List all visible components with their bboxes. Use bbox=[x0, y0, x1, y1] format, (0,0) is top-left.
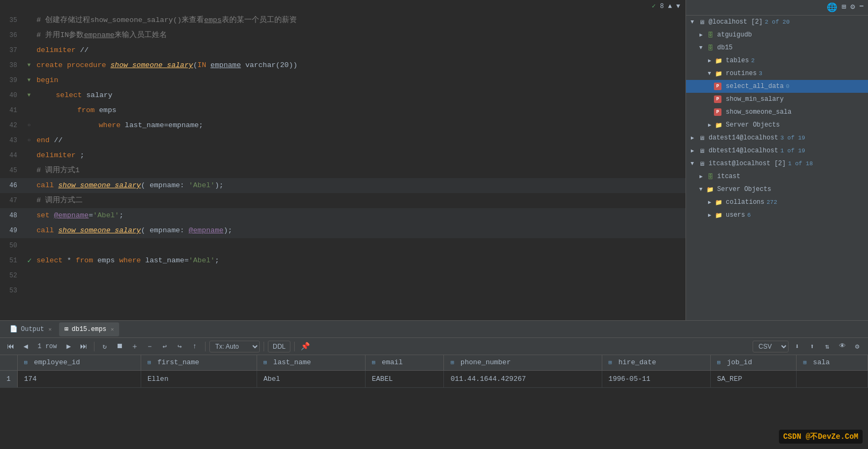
layout-icon[interactable]: ⊞ bbox=[842, 2, 846, 13]
result-table-wrap: ⊞ employee_id ⊞ first_name ⊞ last_name ⊞… bbox=[0, 355, 868, 449]
tree-item-db15[interactable]: ▶ 🗄 db15 bbox=[686, 41, 868, 54]
code-line-46: 46 call show_someone_salary( empname: 'A… bbox=[0, 178, 685, 193]
tree-item-show-someone-sala[interactable]: P show_someone_sala bbox=[686, 106, 868, 119]
tree-arrow-itcast-db: ▶ bbox=[697, 173, 705, 180]
line-num-42: 42 bbox=[2, 118, 24, 133]
tree-item-atguigudb[interactable]: ▶ 🗄 atguigudb bbox=[686, 28, 868, 41]
line-num-44: 44 bbox=[2, 148, 24, 163]
tree-item-tables[interactable]: ▶ 📁 tables 2 bbox=[686, 54, 868, 67]
globe-icon[interactable]: 🌐 bbox=[827, 2, 837, 13]
line-num-43: 43 bbox=[2, 133, 24, 148]
header-rownum bbox=[0, 355, 17, 370]
tree-item-localhost[interactable]: ▶ 🖥 @localhost [2] 2 of 20 bbox=[686, 16, 868, 28]
settings-icon[interactable]: ⚙ bbox=[850, 2, 855, 13]
cell-email-1[interactable]: EABEL bbox=[365, 370, 444, 387]
last-page-icon[interactable]: ⏭ bbox=[77, 340, 90, 353]
line-num-52: 52 bbox=[2, 268, 24, 283]
tree-label-select-all-data: select_all_data bbox=[726, 83, 784, 90]
tree-item-select-all-data[interactable]: P select_all_data 0 bbox=[686, 80, 868, 93]
line-content-38: create procedure show_someone_salary(IN … bbox=[34, 58, 685, 73]
tree-item-itcast[interactable]: ▶ 🖥 itcast@localhost [2] 1 of 18 bbox=[686, 157, 868, 170]
add-row-icon[interactable]: ＋ bbox=[128, 340, 141, 353]
refresh-icon[interactable]: ↻ bbox=[98, 340, 111, 353]
header-employee-id[interactable]: ⊞ employee_id bbox=[17, 355, 141, 370]
tree-count-datest14: 3 of 19 bbox=[781, 135, 805, 141]
code-line-53: 53 bbox=[0, 283, 685, 298]
next-page-icon[interactable]: ▶ bbox=[62, 340, 75, 353]
submit-icon[interactable]: ↪ bbox=[173, 340, 186, 353]
cell-last-name-1[interactable]: Abel bbox=[257, 370, 365, 387]
tree-item-server-objects-itcast[interactable]: ▶ 📁 Server Objects bbox=[686, 183, 868, 196]
tx-select[interactable]: Tx: Auto Tx: Manual bbox=[209, 341, 260, 352]
tree-item-itcast-db[interactable]: ▶ 🗄 itcast bbox=[686, 170, 868, 183]
line-num-40: 40 bbox=[2, 88, 24, 103]
line-content-41: from emps bbox=[34, 103, 685, 118]
cell-hire-date-1[interactable]: 1996-05-11 bbox=[602, 370, 710, 387]
tree-item-collations[interactable]: ▶ 📁 collations 272 bbox=[686, 196, 868, 209]
tree-item-server-objects-db15[interactable]: ▶ 📁 Server Objects bbox=[686, 119, 868, 131]
header-email[interactable]: ⊞ email bbox=[365, 355, 444, 370]
tab-output[interactable]: 📄 Output ✕ bbox=[4, 322, 57, 336]
tree-item-show-min-salary[interactable]: P show_min_salary bbox=[686, 93, 868, 106]
tab-output-close[interactable]: ✕ bbox=[48, 326, 52, 333]
fold-icon-38[interactable]: ▼ bbox=[27, 58, 31, 73]
table-header-row: ⊞ employee_id ⊞ first_name ⊞ last_name ⊞… bbox=[0, 355, 868, 370]
header-phone-number[interactable]: ⊞ phone_number bbox=[444, 355, 602, 370]
tree-item-routines[interactable]: ▶ 📁 routines 3 bbox=[686, 67, 868, 80]
first-page-icon[interactable]: ⏮ bbox=[4, 340, 17, 353]
header-last-name[interactable]: ⊞ last_name bbox=[257, 355, 365, 370]
minimize-icon[interactable]: − bbox=[859, 2, 864, 13]
col-icon-last-name: ⊞ bbox=[264, 359, 267, 366]
header-job-id[interactable]: ⊞ job_id bbox=[710, 355, 796, 370]
line-num-50: 50 bbox=[2, 238, 24, 253]
ddl-button[interactable]: DDL bbox=[268, 341, 290, 352]
tree-label-itcast: itcast@localhost [2] bbox=[709, 160, 786, 167]
cell-job-id-1[interactable]: SA_REP bbox=[710, 370, 796, 387]
arrow-down-icon[interactable]: ▼ bbox=[676, 3, 680, 10]
header-hire-date[interactable]: ⊞ hire_date bbox=[602, 355, 710, 370]
code-line-44: 44 delimiter ; bbox=[0, 148, 685, 163]
code-line-49: 49 call show_someone_salary( empname: @e… bbox=[0, 223, 685, 238]
line-content-46: call show_someone_salary( empname: 'Abel… bbox=[34, 178, 685, 193]
cell-phone-1[interactable]: 011.44.1644.429267 bbox=[444, 370, 602, 387]
tree-arrow-datest14: ▶ bbox=[688, 135, 697, 141]
server-icon-localhost: 🖥 bbox=[697, 17, 706, 27]
cell-sala-1[interactable] bbox=[797, 370, 868, 387]
settings-result-icon[interactable]: ⚙ bbox=[851, 340, 864, 353]
arrow-up-icon[interactable]: ▲ bbox=[668, 3, 672, 10]
line-num-45: 45 bbox=[2, 163, 24, 178]
preview-icon[interactable]: 👁 bbox=[836, 340, 849, 353]
tab-db15-emps[interactable]: ⊞ db15.emps ✕ bbox=[59, 322, 119, 336]
bottom-panel: 📄 Output ✕ ⊞ db15.emps ✕ ⏮ ◀ 1 row ▶ ⏭ ↻… bbox=[0, 320, 868, 449]
line-content-42: where last_name=empname; bbox=[34, 118, 685, 133]
line-content-48: set @empname='Abel'; bbox=[34, 208, 685, 223]
fold-icon-40[interactable]: ▼ bbox=[27, 88, 31, 103]
header-sala[interactable]: ⊞ sala bbox=[797, 355, 868, 370]
cell-first-name-1[interactable]: Ellen bbox=[141, 370, 257, 387]
tab-db15-emps-close[interactable]: ✕ bbox=[111, 326, 114, 333]
stop-icon[interactable]: ⏹ bbox=[113, 340, 126, 353]
download-icon[interactable]: ⬇ bbox=[791, 340, 804, 353]
tree-item-dbtest14[interactable]: ▶ 🖥 dbtest14@localhost 1 of 19 bbox=[686, 144, 868, 157]
pin-icon[interactable]: 📌 bbox=[298, 340, 311, 353]
tree-item-datest14[interactable]: ▶ 🖥 datest14@localhost 3 of 19 bbox=[686, 131, 868, 144]
csv-select[interactable]: CSV JSON HTML bbox=[753, 341, 789, 352]
sep-2 bbox=[205, 342, 206, 351]
code-line-45: 45 # 调用方式1 bbox=[0, 163, 685, 178]
tree-item-users[interactable]: ▶ 📁 users 6 bbox=[686, 209, 868, 222]
tree-arrow-itcast: ▶ bbox=[689, 159, 696, 168]
up-icon[interactable]: ↑ bbox=[188, 340, 201, 353]
fold-icon-39[interactable]: ▼ bbox=[27, 73, 31, 88]
revert-icon[interactable]: ↩ bbox=[158, 340, 171, 353]
code-line-51: 51 ✓ select * from emps where last_name=… bbox=[0, 253, 685, 268]
tree-arrow-server-objects-db15: ▶ bbox=[705, 122, 714, 128]
upload-icon[interactable]: ⬆ bbox=[806, 340, 819, 353]
prev-page-icon[interactable]: ◀ bbox=[19, 340, 32, 353]
cell-employee-id-1[interactable]: 174 bbox=[17, 370, 141, 387]
remove-row-icon[interactable]: － bbox=[143, 340, 156, 353]
tree-count-itcast: 1 of 18 bbox=[788, 160, 813, 167]
code-line-39: 39 ▼ begin bbox=[0, 73, 685, 88]
line-num-53: 53 bbox=[2, 283, 24, 298]
split-icon[interactable]: ⇅ bbox=[821, 340, 834, 353]
header-first-name[interactable]: ⊞ first_name bbox=[141, 355, 257, 370]
